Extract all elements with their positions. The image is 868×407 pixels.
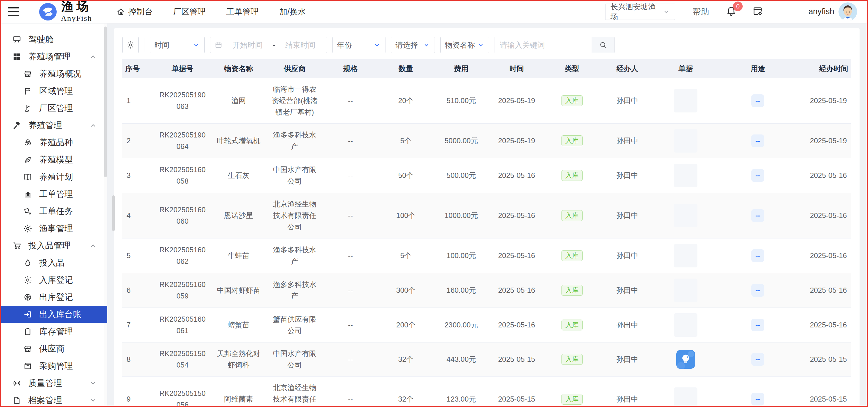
date-range-picker[interactable]: 开始时间 - 结束时间 (210, 37, 327, 53)
column-header-usage: 用途 (716, 59, 800, 78)
type-select[interactable]: 请选择 (391, 37, 435, 53)
cell-handle-date: 2025-05-16 (799, 314, 851, 336)
cell-doc-no: RK202505190063 (154, 84, 210, 118)
sidebar-item[interactable]: 库存管理 (0, 323, 107, 340)
sidebar-item-label: 驾驶舱 (28, 34, 54, 45)
cell-type: 入库 (544, 279, 600, 301)
type-badge: 入库 (561, 285, 583, 296)
help-link[interactable]: 帮助 (692, 6, 709, 17)
filter-settings-button[interactable] (122, 37, 138, 53)
usage-badge[interactable]: -- (751, 134, 764, 147)
usage-badge[interactable]: -- (751, 94, 764, 107)
farm-select[interactable]: 长兴泗安塘渔场 (605, 4, 675, 20)
topnav-item[interactable]: 控制台 (116, 6, 153, 17)
cell-cost: 5000.00元 (433, 130, 489, 152)
usage-badge[interactable]: -- (751, 393, 764, 406)
usage-badge[interactable]: -- (751, 353, 764, 366)
usage-badge[interactable]: -- (751, 209, 764, 222)
receipt-placeholder (674, 244, 698, 268)
sidebar-item[interactable]: 养殖计划 (0, 168, 107, 185)
sidebar-item[interactable]: 工单任务 (0, 202, 107, 220)
cell-supplier: 临海市一得农资经营部(桃渚镇老厂基村) (267, 78, 323, 123)
cell-usage: -- (716, 244, 800, 268)
chevron-up-icon (89, 53, 97, 61)
cell-type: 入库 (544, 314, 600, 336)
hammer-icon (12, 121, 22, 130)
sidebar-item[interactable]: 厂区管理 (0, 99, 107, 117)
cell-doc-no: RK202505190064 (154, 124, 210, 158)
sidebar-item[interactable]: 工单管理 (0, 185, 107, 202)
cell-handle-date: 2025-05-16 (799, 279, 851, 302)
sidebar-item[interactable]: 入库登记 (0, 271, 107, 288)
sidebar-item[interactable]: 驾驶舱 (0, 31, 107, 48)
usage-badge[interactable]: -- (751, 284, 764, 296)
topnav-item[interactable]: 厂区管理 (173, 6, 206, 17)
egg-icon (23, 258, 33, 268)
receipt-image[interactable] (676, 350, 695, 369)
cell-receipt (655, 382, 716, 407)
content-scrollbar-thumb[interactable] (112, 195, 115, 231)
time-select[interactable]: 时间 (150, 37, 205, 53)
sidebar-item[interactable]: 供应商 (0, 340, 107, 357)
sidebar-item[interactable]: 质量管理 (0, 374, 107, 392)
sidebar-item[interactable]: 渔事管理 (0, 220, 107, 237)
sidebar-item[interactable]: 投入品 (0, 254, 107, 271)
sidebar-item[interactable]: 养殖管理 (0, 117, 107, 134)
notification-bell-icon[interactable]: 0 (726, 6, 737, 18)
usage-badge[interactable]: -- (751, 249, 764, 262)
material-select[interactable]: 物资名称 (440, 37, 489, 53)
cell-date: 2025-05-16 (489, 164, 544, 187)
table-row: 7RK202505160061螃蟹苗蟹苗供应有限公司--200个2300.00元… (122, 308, 851, 343)
wheel-icon (23, 292, 33, 302)
cell-qty: 32个 (378, 348, 434, 371)
sidebar-item[interactable]: 养殖模型 (0, 151, 107, 168)
cell-usage: -- (716, 313, 800, 337)
cell-doc-no: RK202505160061 (154, 308, 210, 342)
cell-no: 4 (122, 205, 154, 227)
cell-usage: -- (716, 129, 800, 153)
sidebar-item[interactable]: 投入品管理 (0, 237, 107, 254)
type-badge: 入库 (561, 394, 583, 405)
cell-no: 8 (122, 348, 154, 371)
topnav-item-label: 加/换水 (279, 6, 306, 17)
sidebar-item[interactable]: 养殖场管理 (0, 48, 107, 65)
sidebar-item[interactable]: 出入库台账 (0, 306, 107, 323)
user-menu[interactable]: anyfish (808, 2, 857, 21)
flag-pole-icon (23, 103, 33, 113)
cell-qty: 300个 (378, 279, 434, 302)
topnav-item[interactable]: 工单管理 (226, 6, 259, 17)
sidebar-item-label: 工单任务 (39, 206, 73, 217)
receipt-placeholder (674, 164, 698, 187)
topnav-item[interactable]: 加/换水 (279, 6, 306, 17)
year-select[interactable]: 年份 (333, 37, 385, 53)
sidebar-item[interactable]: 养殖品种 (0, 134, 107, 151)
notification-badge: 0 (733, 1, 743, 11)
column-header-receipt: 单据 (655, 59, 716, 78)
cell-material: 天邦全熟化对虾饲料 (211, 343, 267, 376)
cell-cost: 1000.00元 (433, 205, 489, 227)
cell-qty: 5个 (378, 245, 434, 267)
dashboard-icon (12, 35, 22, 44)
search-button[interactable] (592, 37, 615, 53)
sidebar-item[interactable]: 采购管理 (0, 357, 107, 374)
username: anyfish (808, 7, 834, 16)
cell-spec: -- (323, 164, 378, 187)
workbench-settings-icon[interactable] (752, 6, 763, 18)
sidebar-item-label: 养殖场管理 (28, 51, 70, 62)
column-header-handle-date: 经办时间 (799, 59, 851, 78)
usage-badge[interactable]: -- (751, 169, 764, 182)
sidebar-item[interactable]: 养殖场概况 (0, 65, 107, 82)
hamburger-menu-icon[interactable] (8, 7, 19, 16)
search-icon (599, 41, 607, 49)
column-header-type: 类型 (544, 59, 600, 78)
usage-badge[interactable]: -- (751, 319, 764, 331)
sidebar-item[interactable]: 区域管理 (0, 82, 107, 99)
sidebar-item[interactable]: 档案管理 (0, 392, 107, 407)
keyword-input[interactable] (495, 37, 592, 53)
logo-title: 渔场 (61, 1, 92, 13)
topnav-item-label: 控制台 (128, 6, 153, 17)
type-badge: 入库 (561, 320, 583, 331)
sidebar-item[interactable]: 出库登记 (0, 288, 107, 306)
fish-logo-icon (39, 3, 57, 21)
calendar-icon (215, 41, 222, 49)
